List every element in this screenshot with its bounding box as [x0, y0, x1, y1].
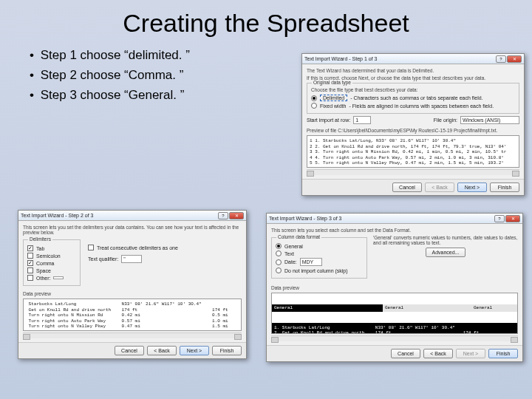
- preview-path-label: Preview of file C:\Users\jbell\Documents…: [307, 128, 519, 133]
- next-button[interactable]: Next >: [180, 346, 209, 355]
- next-button[interactable]: Next >: [457, 183, 487, 192]
- finish-button[interactable]: Finish: [212, 346, 242, 355]
- file-origin-dropdown[interactable]: Windows (ANSI): [460, 116, 519, 124]
- preview-scrollbar[interactable]: [23, 332, 242, 338]
- preview-scrollbar[interactable]: [271, 335, 518, 341]
- date-label: Date:: [284, 259, 297, 265]
- file-origin-label: File origin:: [434, 117, 457, 123]
- col2-header[interactable]: General: [383, 304, 471, 312]
- back-button: < Back: [425, 183, 454, 192]
- treat-consecutive-label: Treat consecutive delimiters as one: [97, 245, 178, 250]
- other-field[interactable]: [53, 276, 64, 279]
- column-format-legend: Column data format: [276, 234, 321, 239]
- col3-header[interactable]: General: [471, 304, 517, 312]
- text-qualifier-label: Text qualifier:: [88, 256, 118, 262]
- dialog-title: Text Import Wizard - Step 2 of 3: [21, 213, 93, 218]
- delimited-label: Delimited: [320, 95, 347, 101]
- treat-consecutive-checkbox[interactable]: [88, 245, 94, 250]
- file-preview: 1 1. Starbucks Lat/Long, N33° 08' 21.6" …: [307, 135, 519, 168]
- close-icon[interactable]: ✕: [507, 55, 522, 63]
- cancel-button[interactable]: Cancel: [391, 349, 420, 358]
- help-button-icon[interactable]: ?: [496, 55, 506, 63]
- skip-label: Do not import column (skip): [284, 268, 348, 273]
- wizard-detect-text: The Text Wizard has determined that your…: [307, 68, 519, 73]
- titlebar: Text Import Wizard - Step 3 of 3 ? ✕: [267, 214, 522, 224]
- general-desc: 'General' converts numeric values to num…: [373, 235, 518, 245]
- skip-radio[interactable]: [276, 267, 282, 273]
- text-qualifier-dropdown[interactable]: ": [121, 255, 142, 263]
- fixed-width-label: Fixed width: [320, 103, 346, 109]
- close-icon[interactable]: ✕: [229, 212, 244, 219]
- help-button-icon[interactable]: ?: [494, 215, 505, 222]
- column-format-group: Column data format General Text Date:MDY…: [271, 237, 367, 279]
- data-preview: General General General 1. Starbucks Lat…: [271, 293, 518, 334]
- space-label: Space: [36, 268, 51, 273]
- data-preview: Starbucks Lat/Long N33° 08' 21.6" W117° …: [23, 299, 242, 331]
- semicolon-label: Semicolon: [36, 253, 61, 259]
- wizard-step3-dialog: Text Import Wizard - Step 3 of 3 ? ✕ Thi…: [266, 213, 523, 362]
- cancel-button[interactable]: Cancel: [392, 183, 422, 192]
- titlebar: Text Import Wizard - Step 1 of 3 ? ✕: [302, 54, 524, 64]
- wizard-instruction-text: This screen lets you set the delimiters …: [23, 225, 242, 235]
- delimited-desc: - Characters such as commas or tabs sepa…: [350, 95, 482, 100]
- delimited-radio[interactable]: [311, 95, 317, 101]
- group-legend: Original data type: [312, 80, 352, 85]
- dialog-title: Text Import Wizard - Step 3 of 3: [269, 216, 341, 221]
- semicolon-checkbox[interactable]: [27, 253, 33, 259]
- finish-button[interactable]: Finish: [490, 183, 519, 192]
- comma-label: Comma: [36, 261, 55, 266]
- date-format-dropdown[interactable]: MDY: [300, 258, 322, 266]
- space-checkbox[interactable]: [27, 267, 33, 273]
- general-label: General: [284, 244, 303, 249]
- start-row-label: Start import at row:: [307, 117, 350, 123]
- col1-header[interactable]: General: [272, 304, 383, 312]
- back-button[interactable]: < Back: [147, 346, 177, 355]
- general-radio[interactable]: [276, 243, 282, 249]
- fixed-width-desc: - Fields are aligned in columns with spa…: [349, 103, 494, 109]
- group-desc: Choose the file type that best describes…: [311, 87, 515, 92]
- start-row-field[interactable]: 1: [353, 116, 371, 124]
- data-preview-label: Data preview: [271, 285, 518, 290]
- data-preview-label: Data preview: [23, 291, 242, 296]
- wizard-instruction-text: This screen lets you select each column …: [271, 228, 518, 233]
- preview-scrollbar[interactable]: [307, 169, 519, 175]
- next-button: Next >: [456, 349, 485, 358]
- date-radio[interactable]: [276, 259, 282, 265]
- fixed-width-radio[interactable]: [311, 103, 317, 109]
- original-data-type-group: Original data type Choose the file type …: [307, 83, 519, 114]
- cancel-button[interactable]: Cancel: [115, 346, 144, 355]
- other-checkbox[interactable]: [27, 275, 33, 281]
- dialog-title: Text Import Wizard - Step 1 of 3: [304, 56, 377, 61]
- text-radio[interactable]: [276, 250, 282, 256]
- wizard-step1-dialog: Text Import Wizard - Step 1 of 3 ? ✕ The…: [301, 53, 525, 196]
- titlebar: Text Import Wizard - Step 2 of 3 ? ✕: [18, 211, 246, 221]
- close-icon[interactable]: ✕: [505, 215, 520, 222]
- finish-button[interactable]: Finish: [488, 349, 518, 358]
- advanced-button[interactable]: Advanced...: [426, 248, 466, 257]
- comma-checkbox[interactable]: [27, 260, 33, 266]
- help-button-icon[interactable]: ?: [218, 212, 228, 219]
- other-label: Other:: [36, 276, 50, 281]
- delimiters-group: Delimiters Tab Semicolon Comma Space Oth…: [23, 239, 81, 286]
- text-label: Text: [284, 251, 294, 256]
- back-button[interactable]: < Back: [423, 349, 453, 358]
- wizard-step2-dialog: Text Import Wizard - Step 2 of 3 ? ✕ Thi…: [18, 210, 247, 359]
- tab-checkbox[interactable]: [27, 245, 33, 251]
- slide-title: Creating the Spreadsheet: [0, 0, 532, 45]
- tab-label: Tab: [36, 246, 44, 251]
- delimiters-legend: Delimiters: [28, 236, 52, 242]
